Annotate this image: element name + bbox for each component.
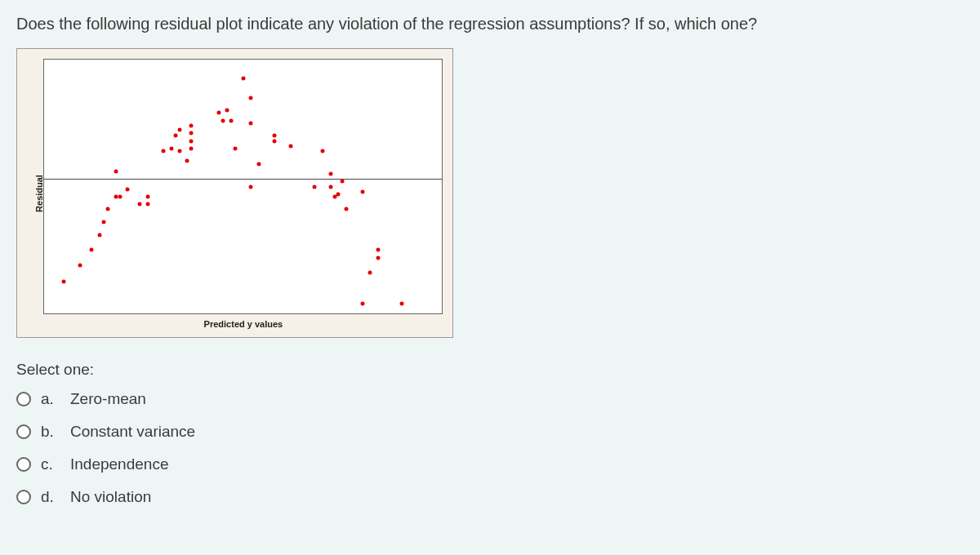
data-point (368, 271, 372, 275)
radio-button[interactable] (16, 424, 31, 439)
zero-line (44, 179, 442, 180)
data-point (189, 146, 194, 150)
data-point (332, 194, 336, 198)
data-point (328, 171, 332, 175)
data-point (376, 255, 381, 260)
data-point (345, 207, 349, 211)
option-text: Constant variance (70, 423, 195, 441)
option-text: No violation (70, 488, 151, 506)
data-point (185, 159, 189, 163)
data-point (320, 149, 324, 153)
question-text: Does the following residual plot indicat… (16, 15, 964, 33)
radio-button[interactable] (16, 392, 31, 406)
data-point (137, 202, 141, 206)
data-point (360, 301, 364, 305)
data-point (98, 233, 102, 237)
x-axis-label: Predicted y values (204, 319, 283, 329)
data-point (177, 127, 181, 131)
option-letter: d. (41, 488, 60, 506)
data-point (341, 180, 345, 184)
data-point (189, 139, 194, 143)
data-point (336, 192, 341, 196)
data-point (126, 187, 130, 191)
data-point (360, 189, 364, 193)
data-point (118, 194, 122, 198)
data-point (233, 146, 237, 150)
answer-block: Select one: a.Zero-meanb.Constant varian… (16, 361, 964, 506)
option-letter: c. (41, 455, 60, 473)
data-point (114, 169, 118, 173)
option-a[interactable]: a.Zero-mean (16, 390, 964, 408)
data-point (328, 184, 332, 189)
data-point (145, 194, 149, 198)
select-one-label: Select one: (16, 361, 964, 379)
data-point (225, 109, 229, 113)
option-c[interactable]: c.Independence (16, 455, 964, 473)
data-point (249, 95, 253, 100)
data-point (400, 301, 404, 305)
data-point (256, 162, 261, 166)
data-point (273, 139, 277, 143)
data-point (241, 77, 245, 81)
data-point (177, 149, 181, 153)
data-point (376, 248, 381, 252)
data-point (105, 207, 109, 211)
data-point (249, 121, 253, 125)
data-point (78, 263, 82, 267)
data-point (90, 248, 94, 252)
option-text: Zero-mean (70, 390, 146, 408)
data-point (169, 146, 173, 150)
data-point (229, 118, 233, 122)
option-text: Independence (70, 455, 168, 473)
option-b[interactable]: b.Constant variance (16, 423, 964, 441)
data-point (162, 149, 166, 153)
residual-plot: Residual Predicted y values (16, 48, 453, 338)
data-point (189, 123, 194, 127)
option-d[interactable]: d.No violation (16, 488, 964, 506)
data-point (62, 280, 66, 284)
data-point (217, 111, 221, 115)
radio-button[interactable] (16, 490, 31, 504)
data-point (313, 184, 317, 189)
data-point (102, 220, 106, 224)
data-point (249, 184, 253, 189)
data-point (288, 144, 292, 148)
radio-button[interactable] (16, 457, 31, 472)
option-letter: b. (41, 423, 60, 441)
option-letter: a. (41, 390, 60, 408)
data-point (173, 134, 177, 138)
data-point (189, 131, 194, 135)
data-point (273, 134, 277, 138)
plot-area (43, 59, 443, 314)
data-point (221, 118, 225, 122)
data-point (145, 202, 149, 206)
